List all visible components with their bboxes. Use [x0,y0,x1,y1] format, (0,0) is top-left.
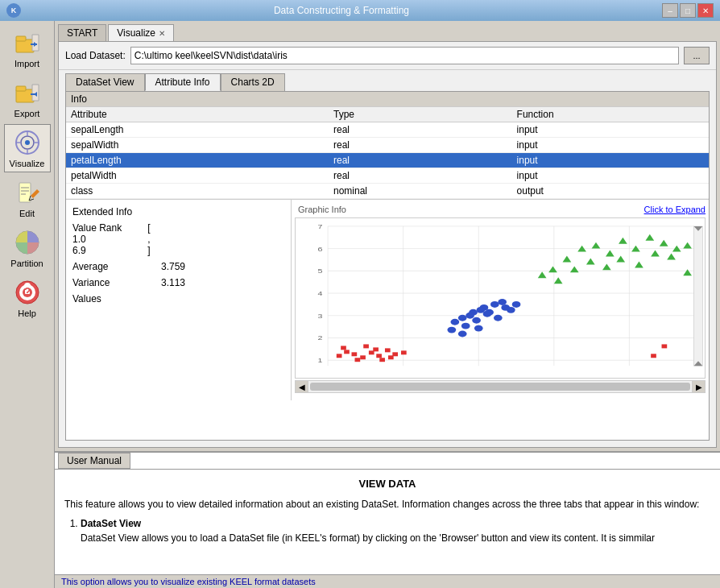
sidebar-label-import: Import [14,59,39,68]
content-area: START Visualize ✕ Load Dataset: ... Data… [55,21,720,588]
svg-marker-95 [660,240,668,246]
svg-marker-101 [616,256,625,263]
svg-marker-104 [667,254,676,260]
svg-rect-64 [379,358,385,362]
svg-marker-88 [563,256,572,263]
tab-charts-2d[interactable]: Charts 2D [221,73,285,91]
maximize-button[interactable]: □ [680,3,696,18]
tab-visualize[interactable]: Visualize ✕ [108,24,174,41]
svg-point-12 [25,140,30,145]
svg-rect-1 [16,36,26,41]
manual-title: VIEW DATA [64,476,710,492]
status-text: This option allows you to visualize exis… [61,577,316,586]
browse-button[interactable]: ... [684,47,710,64]
svg-text:3: 3 [317,312,322,319]
tab-dataset-view[interactable]: DataSet View [65,73,145,91]
sidebar-label-partition: Partition [10,259,43,268]
sidebar-item-import[interactable]: Import [4,24,51,72]
value-rank-label: Value Rank [72,222,145,234]
values-label: Values [72,293,145,304]
sub-tabs: DataSet View Attribute Info Charts 2D [59,70,716,91]
scatter-chart: 7 6 5 4 3 2 1 [296,218,705,378]
chart-area: 7 6 5 4 3 2 1 [295,217,706,379]
tab-close-visualize[interactable]: ✕ [159,29,165,38]
graphic-info-title: Graphic Info [295,203,350,216]
table-row[interactable]: classnominaloutput [66,184,709,199]
sidebar-label-visualize: Visualize [10,159,45,168]
sidebar-item-help[interactable]: ? Help [4,274,51,322]
status-bar: This option allows you to visualize exis… [55,574,720,588]
window-title: Data Constructing & Formatting [21,5,662,16]
svg-rect-6 [16,86,26,91]
title-bar-buttons: – □ ✕ [662,3,714,18]
export-icon [13,78,42,107]
svg-point-80 [483,311,492,317]
scroll-right-btn[interactable]: ▶ [692,381,705,392]
svg-rect-52 [344,350,350,354]
svg-rect-108 [694,226,703,366]
user-manual-tab[interactable]: User Manual [58,453,130,469]
svg-marker-7 [32,85,39,101]
svg-rect-51 [337,354,342,358]
sidebar-label-export: Export [14,109,40,118]
table-row[interactable]: petalWidthrealinput [66,168,709,184]
svg-text:1: 1 [317,357,322,364]
svg-point-83 [512,301,521,308]
value-rank-max: 6.9 [72,245,145,256]
dataset-path-input[interactable] [130,47,679,64]
tab-start[interactable]: START [58,24,106,41]
click-to-expand[interactable]: Click to Expand [644,205,706,214]
svg-marker-2 [32,35,39,51]
svg-rect-62 [373,347,379,351]
close-button[interactable]: ✕ [697,3,714,18]
load-dataset-row: Load Dataset: ... [59,42,716,70]
sidebar-item-export[interactable]: Export [4,74,51,122]
svg-marker-92 [619,238,627,244]
table-row[interactable]: sepalLengthrealinput [66,122,709,138]
svg-point-78 [498,299,507,305]
sidebar-label-help: Help [18,308,36,318]
sidebar-item-edit[interactable]: Edit [4,174,51,222]
svg-text:2: 2 [317,334,322,342]
manual-intro: This feature allows you to view detailed… [64,497,710,511]
svg-marker-94 [645,234,654,241]
sidebar-label-edit: Edit [19,209,35,218]
svg-marker-87 [548,266,557,272]
svg-rect-67 [662,344,668,348]
minimize-button[interactable]: – [662,3,678,18]
svg-rect-60 [355,358,361,362]
svg-marker-91 [606,251,614,257]
info-section-header: Info [66,92,709,107]
sidebar-item-visualize[interactable]: Visualize [4,124,51,172]
svg-marker-105 [683,242,692,249]
svg-rect-61 [363,344,369,348]
tab-attribute-info[interactable]: Attribute Info [145,73,221,91]
app-icon: K [6,3,21,18]
bottom-panel: User Manual VIEW DATA This feature allow… [55,451,720,588]
col-type: Type [329,107,512,122]
svg-point-68 [458,315,467,321]
svg-rect-56 [376,354,382,358]
sidebar-item-partition[interactable]: Partition [4,224,51,272]
col-attribute: Attribute [66,107,329,122]
svg-rect-53 [352,352,358,356]
help-icon: ? [13,278,42,307]
svg-marker-21 [31,189,39,198]
svg-marker-97 [554,277,563,284]
svg-marker-102 [635,261,643,267]
svg-rect-54 [360,355,366,359]
table-row[interactable]: sepalWidthrealinput [66,138,709,153]
extended-info: Extended Info Value Rank [ 1.0 , 6.9 ] A… [66,200,292,400]
svg-rect-57 [385,348,391,352]
svg-text:5: 5 [317,267,322,275]
scroll-left-btn[interactable]: ◀ [296,381,308,392]
variance-value: 3.113 [161,277,234,288]
table-row[interactable]: petalLengthrealinput [66,153,709,168]
svg-point-86 [507,307,515,313]
svg-text:?: ? [23,285,31,298]
value-rank-min: 1.0 [72,234,145,245]
svg-point-76 [447,327,456,333]
sub-content: Info Attribute Type Function sepalLength… [65,91,710,441]
extended-info-title: Extended Info [72,206,284,217]
svg-point-75 [461,323,470,329]
